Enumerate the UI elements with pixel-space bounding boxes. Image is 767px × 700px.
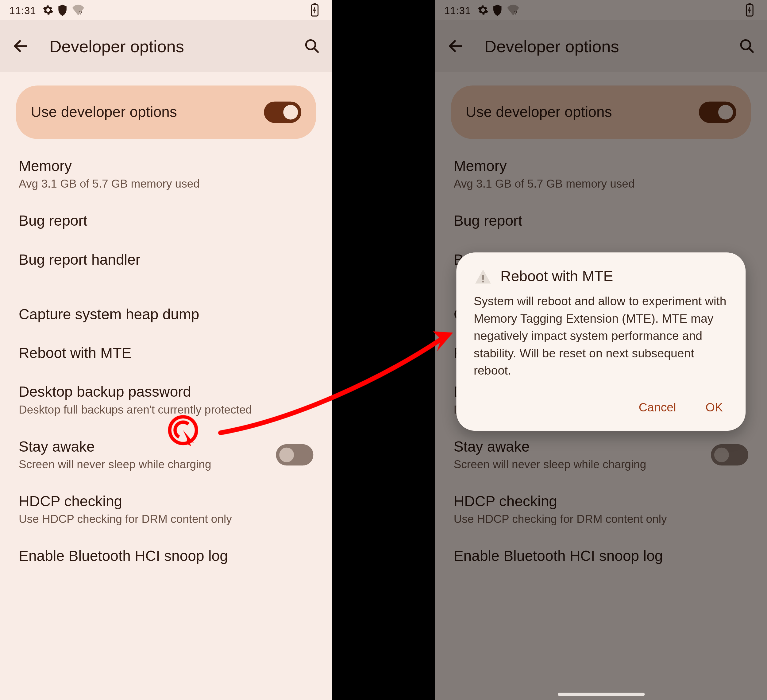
use-developer-options-card[interactable]: Use developer options [16,85,316,139]
svg-text:?: ? [79,10,82,15]
reboot-with-mte-item[interactable]: Reboot with MTE [0,334,332,373]
svg-rect-10 [482,275,484,280]
bt-snoop-item[interactable]: Enable Bluetooth HCI snoop log [0,537,332,576]
dialog-ok-button[interactable]: OK [700,397,728,419]
dialog-body: System will reboot and allow to experime… [474,293,728,380]
hdcp-title: HDCP checking [19,493,313,510]
desktop-backup-item[interactable]: Desktop backup password Desktop full bac… [0,373,332,427]
use-developer-options-label: Use developer options [31,104,264,121]
stay-awake-toggle[interactable] [276,444,313,466]
svg-rect-11 [482,281,484,282]
stay-awake-item[interactable]: Stay awake Screen will never sleep while… [0,427,332,482]
desktop-backup-subtitle: Desktop full backups aren't currently pr… [19,403,313,417]
battery-icon [311,3,319,17]
phone-after: 11:31 ? Developer options [435,0,767,700]
bug-report-handler-item[interactable]: Bug report handler [0,241,332,279]
page-title: Developer options [49,37,304,56]
memory-title: Memory [19,158,313,175]
warning-icon [474,267,492,286]
status-time: 11:31 [9,4,36,16]
bug-report-title: Bug report [19,212,313,230]
bt-snoop-title: Enable Bluetooth HCI snoop log [19,548,313,565]
capture-heap-dump-title: Capture system heap dump [19,306,313,323]
capture-heap-dump-item[interactable]: Capture system heap dump [0,295,332,334]
stay-awake-subtitle: Screen will never sleep while charging [19,458,269,472]
phone-before: 11:31 ? Developer options [0,0,332,700]
back-icon[interactable] [12,37,29,55]
home-indicator[interactable] [557,693,644,696]
stay-awake-title: Stay awake [19,438,269,456]
dialog-cancel-button[interactable]: Cancel [633,397,681,419]
bug-report-item[interactable]: Bug report [0,202,332,241]
gear-icon [43,5,53,15]
dialog-title: Reboot with MTE [500,268,613,285]
wifi-question-icon: ? [72,5,85,15]
bug-report-handler-title: Bug report handler [19,251,313,269]
search-icon[interactable] [304,38,320,54]
reboot-with-mte-title: Reboot with MTE [19,345,313,362]
hdcp-subtitle: Use HDCP checking for DRM content only [19,513,313,526]
shield-icon [57,4,67,16]
desktop-backup-title: Desktop backup password [19,383,313,401]
hdcp-item[interactable]: HDCP checking Use HDCP checking for DRM … [0,482,332,537]
svg-rect-2 [313,3,316,5]
memory-subtitle: Avg 3.1 GB of 5.7 GB memory used [19,178,313,191]
status-bar: 11:31 ? [0,0,332,20]
app-bar: Developer options [0,20,332,72]
use-developer-options-toggle[interactable] [264,102,301,123]
reboot-mte-dialog: Reboot with MTE System will reboot and a… [456,252,746,431]
memory-item[interactable]: Memory Avg 3.1 GB of 5.7 GB memory used [0,147,332,202]
